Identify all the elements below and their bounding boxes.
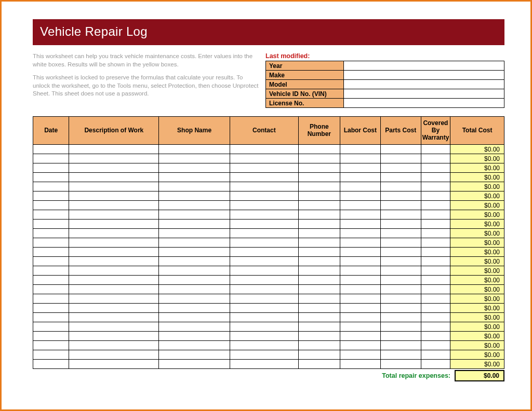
cell-labor[interactable] — [340, 350, 380, 360]
cell-parts[interactable] — [380, 350, 421, 360]
cell-phone[interactable] — [298, 294, 340, 304]
cell-phone[interactable] — [298, 220, 340, 229]
cell-contact[interactable] — [230, 322, 298, 332]
cell-contact[interactable] — [230, 238, 298, 248]
cell-shop[interactable] — [159, 360, 230, 369]
cell-parts[interactable] — [380, 182, 421, 191]
cell-parts[interactable] — [380, 266, 421, 276]
cell-contact[interactable] — [230, 360, 298, 369]
cell-date[interactable] — [33, 294, 69, 304]
cell-phone[interactable] — [298, 210, 340, 220]
cell-warranty[interactable] — [421, 191, 450, 201]
cell-phone[interactable] — [298, 163, 340, 173]
cell-warranty[interactable] — [421, 276, 450, 285]
cell-parts[interactable] — [380, 191, 421, 201]
cell-warranty[interactable] — [421, 304, 450, 313]
cell-shop[interactable] — [159, 220, 230, 229]
cell-warranty[interactable] — [421, 266, 450, 276]
cell-labor[interactable] — [340, 182, 380, 191]
cell-shop[interactable] — [159, 332, 230, 341]
cell-parts[interactable] — [380, 285, 421, 294]
cell-parts[interactable] — [380, 257, 421, 266]
cell-labor[interactable] — [340, 201, 380, 210]
cell-parts[interactable] — [380, 360, 421, 369]
cell-labor[interactable] — [340, 257, 380, 266]
cell-warranty[interactable] — [421, 360, 450, 369]
cell-warranty[interactable] — [421, 154, 450, 163]
cell-shop[interactable] — [159, 173, 230, 182]
cell-date[interactable] — [33, 341, 69, 350]
cell-contact[interactable] — [230, 201, 298, 210]
cell-warranty[interactable] — [421, 163, 450, 173]
cell-desc[interactable] — [69, 210, 159, 220]
cell-date[interactable] — [33, 191, 69, 201]
cell-shop[interactable] — [159, 182, 230, 191]
cell-desc[interactable] — [69, 257, 159, 266]
cell-shop[interactable] — [159, 248, 230, 257]
cell-contact[interactable] — [230, 145, 298, 154]
cell-parts[interactable] — [380, 322, 421, 332]
cell-contact[interactable] — [230, 191, 298, 201]
cell-phone[interactable] — [298, 332, 340, 341]
cell-contact[interactable] — [230, 257, 298, 266]
cell-warranty[interactable] — [421, 238, 450, 248]
cell-warranty[interactable] — [421, 210, 450, 220]
cell-parts[interactable] — [380, 304, 421, 313]
cell-desc[interactable] — [69, 201, 159, 210]
cell-parts[interactable] — [380, 145, 421, 154]
cell-labor[interactable] — [340, 173, 380, 182]
cell-parts[interactable] — [380, 313, 421, 322]
cell-labor[interactable] — [340, 210, 380, 220]
vehicle-info-value[interactable] — [344, 80, 504, 89]
cell-contact[interactable] — [230, 332, 298, 341]
cell-labor[interactable] — [340, 332, 380, 341]
cell-contact[interactable] — [230, 285, 298, 294]
cell-date[interactable] — [33, 220, 69, 229]
cell-warranty[interactable] — [421, 201, 450, 210]
cell-warranty[interactable] — [421, 341, 450, 350]
cell-shop[interactable] — [159, 322, 230, 332]
cell-shop[interactable] — [159, 266, 230, 276]
cell-date[interactable] — [33, 257, 69, 266]
cell-parts[interactable] — [380, 173, 421, 182]
cell-contact[interactable] — [230, 210, 298, 220]
cell-phone[interactable] — [298, 285, 340, 294]
cell-labor[interactable] — [340, 276, 380, 285]
cell-phone[interactable] — [298, 238, 340, 248]
cell-phone[interactable] — [298, 229, 340, 238]
cell-date[interactable] — [33, 173, 69, 182]
cell-desc[interactable] — [69, 341, 159, 350]
cell-desc[interactable] — [69, 191, 159, 201]
cell-date[interactable] — [33, 182, 69, 191]
cell-phone[interactable] — [298, 145, 340, 154]
cell-warranty[interactable] — [421, 285, 450, 294]
cell-phone[interactable] — [298, 360, 340, 369]
cell-date[interactable] — [33, 332, 69, 341]
cell-contact[interactable] — [230, 304, 298, 313]
cell-date[interactable] — [33, 304, 69, 313]
cell-desc[interactable] — [69, 145, 159, 154]
cell-desc[interactable] — [69, 304, 159, 313]
cell-warranty[interactable] — [421, 248, 450, 257]
cell-warranty[interactable] — [421, 182, 450, 191]
cell-phone[interactable] — [298, 257, 340, 266]
cell-warranty[interactable] — [421, 294, 450, 304]
cell-phone[interactable] — [298, 341, 340, 350]
cell-contact[interactable] — [230, 341, 298, 350]
cell-parts[interactable] — [380, 201, 421, 210]
vehicle-info-value[interactable] — [344, 61, 504, 71]
cell-contact[interactable] — [230, 294, 298, 304]
cell-contact[interactable] — [230, 276, 298, 285]
cell-labor[interactable] — [340, 322, 380, 332]
cell-contact[interactable] — [230, 248, 298, 257]
cell-desc[interactable] — [69, 154, 159, 163]
cell-contact[interactable] — [230, 163, 298, 173]
vehicle-info-value[interactable] — [344, 71, 504, 80]
cell-contact[interactable] — [230, 229, 298, 238]
cell-labor[interactable] — [340, 304, 380, 313]
cell-shop[interactable] — [159, 145, 230, 154]
cell-parts[interactable] — [380, 276, 421, 285]
vehicle-info-value[interactable] — [344, 99, 504, 108]
cell-shop[interactable] — [159, 294, 230, 304]
cell-phone[interactable] — [298, 266, 340, 276]
